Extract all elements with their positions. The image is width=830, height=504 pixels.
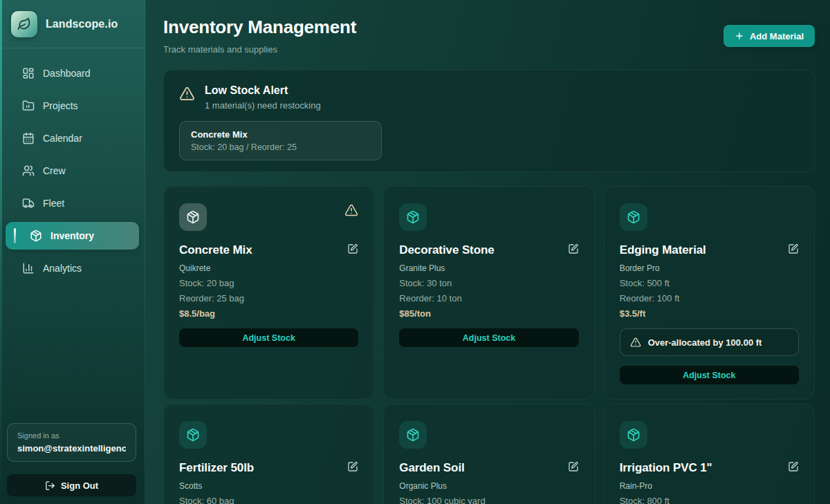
page-subtitle: Track materials and supplies (163, 44, 815, 55)
projects-icon (22, 100, 35, 112)
sidebar-item-label: Analytics (43, 263, 82, 274)
material-name: Decorative Stone (399, 243, 494, 257)
alert-item-detail: Stock: 20 bag / Reorder: 25 (191, 142, 370, 152)
material-stock: Stock: 500 ft (620, 278, 799, 288)
material-reorder: Reorder: 100 ft (620, 293, 799, 304)
material-name: Garden Soil (399, 461, 464, 475)
sidebar-item-label: Inventory (50, 230, 94, 241)
sidebar-item-label: Dashboard (43, 68, 91, 79)
signed-in-label: Signed in as (17, 431, 126, 440)
material-stock: Stock: 800 ft (620, 496, 799, 504)
sidebar-item-label: Crew (43, 165, 66, 176)
edit-material-icon[interactable] (347, 243, 358, 254)
warning-triangle-icon (179, 86, 195, 102)
material-price: $85/ton (399, 308, 578, 319)
sidebar-item-analytics[interactable]: Analytics (6, 254, 139, 282)
add-material-button[interactable]: Add Material (723, 25, 815, 47)
sidebar-item-label: Calendar (43, 133, 82, 144)
sidebar-item-inventory[interactable]: Inventory (6, 222, 139, 250)
warning-triangle-icon (630, 337, 641, 348)
material-card-irrigation-pvc: Irrigation PVC 1" Rain-Pro Stock: 800 ft (604, 404, 815, 504)
material-brand: Granite Plus (399, 263, 578, 273)
app-window: Landscope.io Dashboard Projects Calendar (0, 0, 830, 504)
low-stock-alert-panel: Low Stock Alert 1 material(s) need resto… (163, 70, 815, 172)
material-price: $3.5/ft (620, 308, 799, 319)
alert-item-name: Concrete Mix (191, 129, 370, 140)
low-stock-warning-icon (344, 203, 358, 217)
main-content: Inventory Management Track materials and… (145, 0, 830, 504)
fleet-icon (22, 197, 35, 209)
sidebar-item-fleet[interactable]: Fleet (6, 189, 139, 217)
over-allocated-text: Over-allocated by 100.00 ft (648, 337, 762, 348)
package-icon (620, 421, 647, 449)
dashboard-icon (22, 67, 35, 80)
logout-icon (45, 480, 55, 491)
material-brand: Organic Plus (399, 481, 578, 491)
materials-grid: Concrete Mix Quikrete Stock: 20 bag Reor… (163, 186, 815, 504)
material-stock: Stock: 60 bag (179, 496, 358, 504)
brand: Landscope.io (0, 0, 145, 48)
plus-icon (735, 31, 744, 41)
sign-out-label: Sign Out (61, 480, 98, 491)
inventory-icon (30, 230, 42, 242)
material-name: Fertilizer 50lb (179, 461, 254, 475)
calendar-icon (22, 132, 35, 144)
sidebar-nav: Dashboard Projects Calendar Crew (0, 48, 145, 282)
material-name: Irrigation PVC 1" (620, 461, 712, 475)
package-icon (179, 203, 207, 231)
user-email: simon@stratexintelligenc... (17, 443, 126, 454)
material-reorder: Reorder: 25 bag (179, 293, 358, 304)
adjust-stock-button[interactable]: Adjust Stock (620, 366, 799, 384)
edit-material-icon[interactable] (568, 461, 579, 472)
package-icon (179, 421, 207, 449)
material-reorder: Reorder: 10 ton (399, 293, 578, 304)
material-brand: Border Pro (620, 263, 799, 273)
edit-material-icon[interactable] (568, 243, 579, 254)
material-stock: Stock: 20 bag (179, 278, 358, 288)
material-name: Concrete Mix (179, 243, 252, 257)
sidebar-item-crew[interactable]: Crew (6, 157, 139, 185)
material-card-garden-soil: Garden Soil Organic Plus Stock: 100 cubi… (383, 404, 594, 504)
sign-out-button[interactable]: Sign Out (7, 474, 136, 496)
material-brand: Rain-Pro (620, 481, 799, 491)
sidebar-item-projects[interactable]: Projects (6, 92, 139, 120)
material-brand: Quikrete (179, 263, 358, 273)
package-icon (399, 203, 427, 231)
material-name: Edging Material (620, 243, 706, 257)
leaf-logo-icon (11, 11, 37, 37)
crew-icon (22, 165, 35, 177)
alert-subtitle: 1 material(s) need restocking (205, 100, 321, 111)
edit-material-icon[interactable] (788, 461, 799, 472)
alert-header-text: Low Stock Alert 1 material(s) need resto… (205, 84, 321, 111)
material-stock: Stock: 100 cubic yard (399, 496, 578, 504)
material-card-edging-material: Edging Material Border Pro Stock: 500 ft… (604, 186, 815, 400)
package-icon (399, 421, 427, 449)
sidebar: Landscope.io Dashboard Projects Calendar (0, 0, 145, 504)
material-brand: Scotts (179, 481, 358, 491)
edit-material-icon[interactable] (788, 243, 799, 254)
edit-material-icon[interactable] (347, 461, 358, 472)
material-card-fertilizer-50lb: Fertilizer 50lb Scotts Stock: 60 bag (163, 404, 374, 504)
material-stock: Stock: 30 ton (399, 278, 578, 288)
adjust-stock-button[interactable]: Adjust Stock (179, 328, 358, 347)
page-title: Inventory Management (163, 17, 815, 38)
active-indicator (14, 228, 16, 243)
adjust-stock-button[interactable]: Adjust Stock (399, 328, 578, 347)
alert-header: Low Stock Alert 1 material(s) need resto… (179, 84, 799, 111)
alert-list-item: Concrete Mix Stock: 20 bag / Reorder: 25 (179, 121, 382, 160)
material-card-decorative-stone: Decorative Stone Granite Plus Stock: 30 … (383, 186, 594, 400)
signed-in-card: Signed in as simon@stratexintelligenc... (7, 423, 136, 462)
material-price: $8.5/bag (179, 308, 358, 319)
brand-name: Landscope.io (46, 18, 118, 30)
sidebar-item-label: Projects (43, 100, 78, 111)
sidebar-item-label: Fleet (43, 198, 64, 209)
add-material-label: Add Material (750, 31, 804, 41)
sidebar-item-calendar[interactable]: Calendar (6, 124, 139, 152)
over-allocated-warning: Over-allocated by 100.00 ft (620, 328, 799, 356)
package-icon (620, 203, 647, 231)
alert-title: Low Stock Alert (205, 84, 321, 97)
sidebar-footer: Signed in as simon@stratexintelligenc...… (7, 423, 136, 496)
analytics-icon (22, 262, 35, 274)
material-card-concrete-mix: Concrete Mix Quikrete Stock: 20 bag Reor… (163, 186, 374, 400)
sidebar-item-dashboard[interactable]: Dashboard (6, 59, 139, 87)
